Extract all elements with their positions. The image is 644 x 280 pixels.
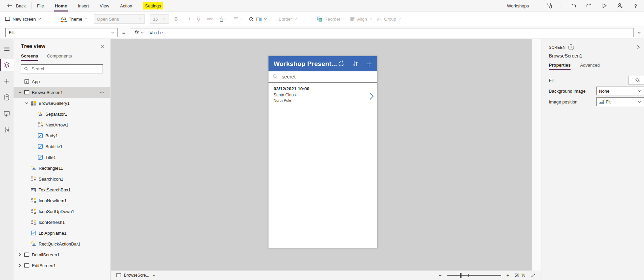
chevron-down-icon[interactable] [18, 90, 24, 94]
tree-item-App[interactable]: App [14, 76, 110, 87]
hamburger-menu-icon[interactable] [0, 43, 14, 54]
gallery-list-item[interactable]: 03/12/2021 10:00 Santa Claus North Pole [269, 83, 377, 110]
tree-item-DetailScreen1[interactable]: DetailScreen1 [14, 249, 110, 260]
insert-plus-icon[interactable] [0, 75, 14, 87]
tree-item-NextArrow1[interactable]: NextArrow1 [14, 119, 110, 130]
zoom-in-button[interactable]: + [507, 273, 509, 278]
tree-item-EditScreen1[interactable]: EditScreen1 [14, 260, 110, 271]
image-position-dropdown[interactable]: Fit [596, 97, 644, 106]
back-button[interactable]: Back [6, 2, 26, 9]
formula-input-area[interactable]: fx White [130, 28, 634, 37]
tree-item-Separator1[interactable]: Separator1 [14, 109, 110, 119]
app-title-label[interactable]: Workshop Present... [274, 60, 337, 68]
chevron-down-icon[interactable] [25, 101, 31, 105]
zoom-out-button[interactable]: − [439, 273, 442, 278]
tree-item-BrowseGallery1[interactable]: BrowseGallery1 [14, 98, 110, 109]
tree-item-IconNewItem1[interactable]: IconNewItem1 [14, 195, 110, 206]
powerapps-studio-window: Back File Home Insert View Action Settin… [0, 0, 644, 280]
strikethrough-button[interactable]: abc [206, 17, 214, 21]
formula-value[interactable]: White [150, 30, 163, 35]
tree-item-Body1[interactable]: Body1 [14, 130, 110, 141]
italic-label: I [189, 16, 190, 22]
tree-item-TextSearchBox1[interactable]: TextSearchBox1 [14, 184, 110, 195]
fx-label[interactable]: fx [130, 29, 141, 36]
tree-item-LblAppName1[interactable]: LblAppName1 [14, 228, 110, 238]
tab-components[interactable]: Components [47, 53, 72, 61]
fill-color-button[interactable] [628, 76, 644, 85]
menu-item-insert[interactable]: Insert [78, 0, 89, 11]
help-icon[interactable]: ? [632, 2, 639, 9]
chevron-right-icon[interactable] [18, 263, 24, 267]
menu-item-file[interactable]: File [37, 0, 44, 11]
data-sources-icon[interactable] [0, 92, 14, 103]
tab-properties[interactable]: Properties [549, 63, 571, 70]
vertical-scrollbar[interactable] [532, 39, 541, 271]
preview-play-icon[interactable] [601, 2, 608, 9]
refresh-icon[interactable] [338, 60, 345, 67]
menu-item-settings[interactable]: Settings [143, 2, 163, 9]
phone-search-box[interactable] [269, 71, 377, 83]
tree-item-IconSortUpDown1[interactable]: IconSortUpDown1 [14, 206, 110, 217]
close-icon[interactable] [101, 44, 105, 49]
undo-icon[interactable] [570, 2, 577, 9]
zoom-slider[interactable] [447, 273, 501, 278]
tree-item-Rectangle11[interactable]: Rectangle11 [14, 163, 110, 173]
reorder-button[interactable]: Reorder [317, 16, 346, 22]
expand-formula-bar-button[interactable] [634, 30, 644, 35]
font-color-button[interactable]: A [218, 16, 228, 22]
advanced-tools-icon[interactable] [0, 124, 14, 136]
phone-header-bar[interactable]: Workshop Present... [269, 56, 377, 71]
align-button[interactable]: Align [350, 16, 372, 22]
tab-screens[interactable]: Screens [21, 53, 38, 61]
add-new-item-icon[interactable] [366, 61, 372, 67]
app-checker-icon[interactable] [545, 2, 553, 9]
media-icon[interactable] [0, 108, 14, 119]
underline-button[interactable]: U [196, 17, 201, 22]
bold-label: B [174, 16, 178, 22]
design-canvas[interactable]: Workshop Present... 03/ [111, 39, 532, 271]
chevron-down-icon[interactable] [141, 31, 144, 34]
screen-selector[interactable]: BrowseScre... [116, 273, 156, 278]
redo-icon[interactable] [585, 2, 593, 9]
help-circle-icon[interactable]: ? [568, 44, 574, 50]
tree-item-Title1[interactable]: Title1 [14, 152, 110, 163]
tree-item-label: NextArrow1 [45, 122, 68, 127]
zoom-slider-handle[interactable] [460, 273, 461, 278]
tree-view-panel: Tree view Screens Components AppBrowseSc… [14, 39, 111, 280]
tree-item-Subtitle1[interactable]: Subtitle1 [14, 141, 110, 152]
next-arrow-icon[interactable] [369, 93, 374, 100]
menu-item-action[interactable]: Action [120, 0, 132, 11]
fill-button[interactable]: Fill [248, 16, 267, 22]
tree-search-box[interactable] [21, 64, 103, 73]
align-objects-icon [350, 16, 355, 22]
tree-item-BrowseScreen1[interactable]: BrowseScreen1··· [14, 87, 110, 98]
collapse-panel-icon[interactable] [636, 45, 640, 50]
border-button[interactable]: Border [271, 16, 297, 22]
tree-item-IconRefresh1[interactable]: IconRefresh1 [14, 217, 110, 228]
menu-item-home[interactable]: Home [55, 0, 67, 11]
font-size-select[interactable]: 16 [150, 14, 169, 24]
bold-button[interactable]: B [173, 16, 183, 22]
font-family-select[interactable]: Open Sans [94, 14, 145, 24]
more-options-button[interactable]: ··· [100, 90, 110, 95]
phone-search-input[interactable] [281, 73, 350, 80]
share-person-icon[interactable] [616, 2, 624, 9]
tree-item-SearchIcon1[interactable]: SearchIcon1 [14, 173, 110, 184]
chevron-right-icon[interactable] [18, 253, 24, 257]
text-align-button[interactable] [232, 17, 244, 21]
fit-to-window-icon[interactable] [531, 273, 536, 278]
menu-item-view[interactable]: View [100, 0, 109, 11]
group-button[interactable]: Group [377, 16, 402, 22]
search-input[interactable] [31, 66, 93, 72]
tree-item-RectQuickActionBar1[interactable]: RectQuickActionBar1 [14, 238, 110, 249]
italic-button[interactable]: I [187, 16, 192, 22]
phone-screen-preview[interactable]: Workshop Present... 03/ [269, 56, 377, 248]
tree-view-icon[interactable] [0, 59, 14, 71]
theme-button[interactable]: Aa Theme [61, 16, 88, 22]
new-screen-button[interactable]: New screen [5, 16, 41, 22]
sort-up-down-icon[interactable] [352, 61, 358, 67]
tab-advanced[interactable]: Advanced [580, 63, 600, 70]
background-image-dropdown[interactable]: None [596, 87, 644, 95]
property-selector[interactable]: Fill [5, 28, 118, 37]
environment-label[interactable]: Workshops [507, 3, 529, 8]
